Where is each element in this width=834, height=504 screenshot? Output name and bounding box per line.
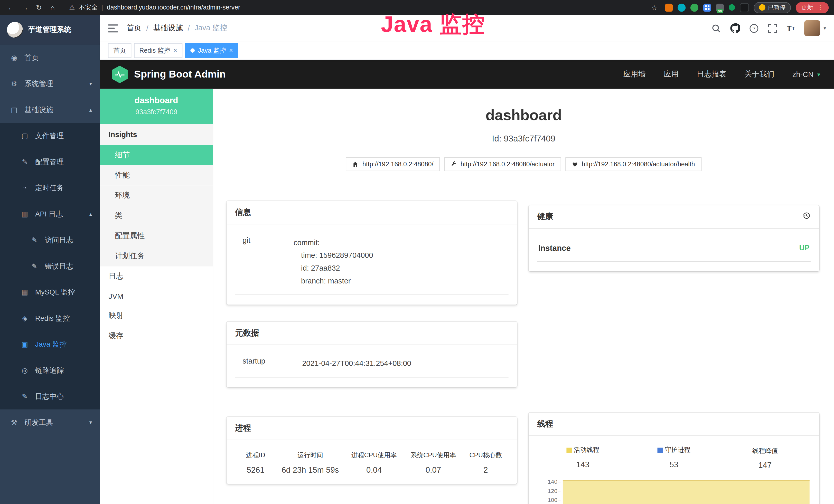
y-tick: 140 (537, 477, 557, 486)
home-icon (352, 161, 359, 167)
extension-leaf-icon[interactable] (729, 4, 735, 11)
database-icon: ▦ (21, 288, 29, 296)
app-logo-row[interactable]: 芋道管理系统 (0, 15, 100, 45)
font-size-icon[interactable]: TT (787, 24, 795, 32)
edit-icon: ✎ (21, 158, 29, 166)
sidebar-item-redis-monitor[interactable]: ◈ Redis 监控 (0, 305, 100, 331)
log-center-icon: ✎ (21, 392, 29, 400)
sba-nav-applications[interactable]: 应用 (664, 70, 679, 79)
sidebar-item-system[interactable]: ⚙ 系统管理 ▾ (0, 71, 100, 96)
browser-home-icon[interactable]: ⌂ (47, 3, 59, 11)
reload-icon[interactable]: ↻ (33, 3, 45, 11)
security-label[interactable]: 不安全 (79, 3, 98, 12)
sidebar-item-api-logs[interactable]: ▥ API 日志 ▴ (0, 201, 100, 227)
bookmark-star-icon[interactable]: ☆ (648, 3, 660, 11)
health-instance-row[interactable]: Instance UP (537, 239, 811, 261)
health-url-link[interactable]: http://192.168.0.2:48080/actuator/health (565, 157, 701, 171)
extension-dark-icon[interactable] (740, 3, 749, 12)
sidebar-item-home[interactable]: ◉ 首页 (0, 45, 100, 71)
info-key: git (235, 236, 293, 287)
tab-redis-monitor[interactable]: Redis 监控 × (134, 43, 183, 58)
locale-select[interactable]: zh-CN ▾ (792, 70, 820, 78)
extension-orange-icon[interactable] (665, 3, 673, 11)
user-menu[interactable]: ▾ (805, 20, 826, 36)
sidebar-item-access-logs[interactable]: ✎ 访问日志 (0, 227, 100, 253)
sidebar-item-cron-jobs[interactable]: ◔ 定时任务 (0, 175, 100, 201)
address-bar[interactable]: ⚠ 不安全 | dashboard.yudao.iocoder.cn/infra… (69, 3, 240, 12)
url-text[interactable]: dashboard.yudao.iocoder.cn/infra/admin-s… (107, 4, 240, 11)
tab-home[interactable]: 首页 (108, 43, 131, 58)
forward-icon[interactable]: → (19, 3, 31, 11)
extension-green-icon[interactable] (690, 3, 698, 11)
process-val-uptime: 6d 23h 15m 59s (276, 461, 345, 474)
sba-item-caches[interactable]: 缓存 (100, 326, 213, 346)
sba-item-scheduled-tasks[interactable]: 计划任务 (100, 246, 213, 267)
sba-item-environment[interactable]: 环境 (100, 186, 213, 206)
sba-item-config-props[interactable]: 配置属性 (100, 226, 213, 246)
instance-block[interactable]: dashboard 93a3fc7f7409 (100, 89, 213, 124)
locale-label: zh-CN (792, 70, 813, 78)
close-icon[interactable]: × (173, 47, 177, 54)
sba-brand[interactable]: Spring Boot Admin (112, 66, 226, 83)
help-icon[interactable]: ? (749, 24, 759, 32)
chevron-down-icon: ▾ (817, 71, 820, 78)
sidebar-item-error-logs[interactable]: ✎ 错误日志 (0, 253, 100, 279)
process-col-uptime: 运行时间 (276, 448, 345, 461)
sidebar-item-label: 配置管理 (35, 157, 64, 167)
sba-nav-wallboard[interactable]: 应用墙 (623, 70, 646, 79)
back-icon[interactable]: ← (5, 3, 17, 11)
sba-item-classes[interactable]: 类 (100, 206, 213, 226)
sidebar-item-mysql-monitor[interactable]: ▦ MySQL 监控 (0, 279, 100, 305)
sidebar-item-file-mgmt[interactable]: ▢ 文件管理 (0, 123, 100, 148)
sidebar-item-config-mgmt[interactable]: ✎ 配置管理 (0, 149, 100, 175)
sba-item-logs[interactable]: 日志 (100, 266, 213, 287)
extension-drop-icon[interactable] (678, 3, 685, 11)
tools-icon: ⚒ (10, 418, 18, 427)
sba-item-details[interactable]: 细节 (100, 145, 213, 165)
update-button[interactable]: 更新 ⋮ (796, 2, 829, 13)
extension-switch-icon[interactable]: on (716, 3, 724, 11)
sba-nav-about[interactable]: 关于我们 (745, 70, 774, 79)
active-dot (190, 48, 195, 53)
sba-nav-journal[interactable]: 日志报表 (697, 70, 726, 79)
browser-menu-icon[interactable]: ⋮ (817, 4, 824, 11)
info-row-git: git commit: time: 1596289704000 id: 27aa… (235, 232, 508, 295)
sidebar-item-log-center[interactable]: ✎ 日志中心 (0, 383, 100, 409)
breadcrumb-infra[interactable]: 基础设施 (153, 23, 183, 33)
close-icon[interactable]: × (229, 47, 233, 54)
sidebar-item-label: Redis 监控 (35, 314, 70, 323)
chart-plot-area (562, 477, 811, 504)
sba-item-mappings[interactable]: 映射 (100, 306, 213, 326)
sidebar-item-tracing[interactable]: ◎ 链路追踪 (0, 358, 100, 383)
cards-right-column: 健康 Instance UP (529, 201, 819, 504)
extension-grid-icon[interactable] (703, 3, 711, 11)
tabs-bar: 首页 Redis 监控 × Java 监控 × (100, 42, 834, 60)
process-card: 进程 进程ID 运行时间 进程CPU使用率 系统CPU使用率 (226, 417, 517, 484)
sidebar-item-dev-tools[interactable]: ⚒ 研发工具 ▾ (0, 410, 100, 435)
sidebar-item-infra[interactable]: ▤ 基础设施 ▴ (0, 97, 100, 123)
git-commit-id: id: 27aa832 (293, 261, 509, 274)
actuator-url-link[interactable]: http://192.168.0.2:48080/actuator (444, 157, 561, 171)
timer-icon: ◔ (21, 184, 29, 192)
sba-item-performance[interactable]: 性能 (100, 165, 213, 186)
sidebar-item-java-monitor[interactable]: ▣ Java 监控 (0, 331, 100, 357)
live-threads-area (563, 480, 810, 504)
sidebar-item-label: 错误日志 (45, 261, 73, 271)
git-commit-branch: branch: master (293, 274, 509, 287)
paused-pill[interactable]: 已暂停 (753, 2, 791, 13)
history-icon[interactable] (803, 212, 811, 221)
infrastructure-icon: ▤ (10, 106, 18, 114)
cards-grid: 信息 git commit: time: 1596289704000 (226, 201, 819, 504)
breadcrumb-home[interactable]: 首页 (127, 23, 141, 33)
sba-item-jvm[interactable]: JVM (100, 287, 213, 306)
info-card-header: 信息 (226, 201, 517, 224)
service-url-text: http://192.168.0.2:48080/ (363, 160, 433, 168)
tab-java-monitor[interactable]: Java 监控 × (185, 43, 238, 58)
search-icon[interactable] (712, 24, 721, 32)
health-instance-label: Instance (539, 244, 571, 252)
fullscreen-icon[interactable] (768, 24, 777, 32)
hamburger-icon[interactable] (108, 24, 118, 32)
service-url-link[interactable]: http://192.168.0.2:48080/ (346, 157, 440, 171)
chevron-up-icon: ▴ (89, 107, 92, 113)
github-icon[interactable] (730, 23, 740, 33)
